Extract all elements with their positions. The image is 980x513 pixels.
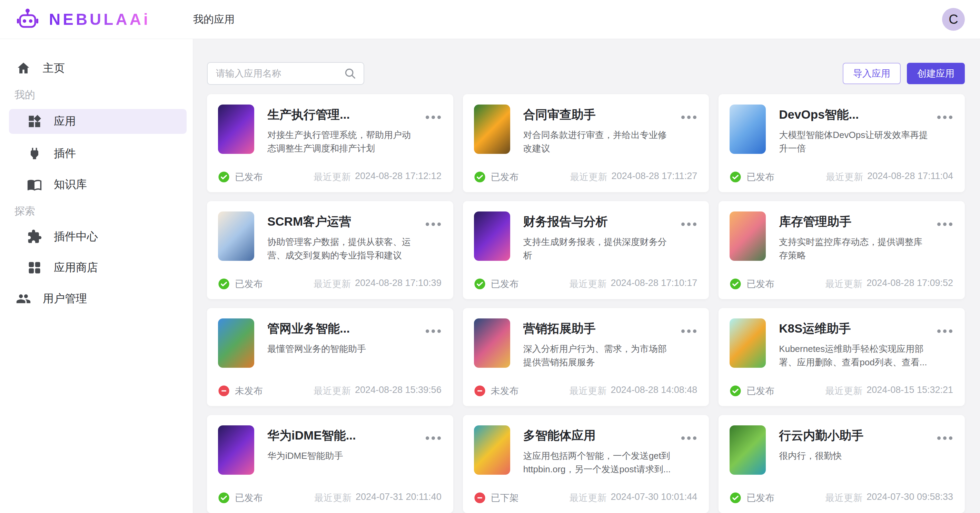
status-label: 已发布: [746, 385, 775, 397]
last-updated: 最近更新 2024-08-28 17:11:04: [826, 171, 953, 183]
app-thumbnail: [730, 425, 766, 475]
sidebar-item-plugins[interactable]: 插件: [9, 142, 187, 165]
status-badge: 已发布: [730, 171, 775, 183]
app-card-description: 支持生成财务报表，提供深度财务分析: [523, 235, 673, 262]
app-card-title: 行云内勤小助手: [779, 427, 929, 444]
more-actions-icon[interactable]: [681, 330, 697, 333]
app-card[interactable]: SCRM客户运营 协助管理客户数据，提供从获客、运营、成交到复购的专业指导和建议…: [207, 201, 453, 299]
app-card-title: 多智能体应用: [523, 427, 673, 444]
more-actions-icon[interactable]: [681, 437, 697, 440]
sidebar-item-app-store[interactable]: 应用商店: [9, 256, 187, 279]
app-thumbnail: [218, 105, 254, 154]
app-card[interactable]: 财务报告与分析 支持生成财务报表，提供深度财务分析 已发布 最近更新 2024-…: [463, 201, 709, 299]
app-header: NEBULAAi 我的应用 C: [0, 0, 980, 39]
more-actions-icon[interactable]: [937, 116, 952, 119]
sidebar-section-explore: 探索: [9, 204, 187, 218]
brand-logo[interactable]: NEBULAAi: [15, 7, 193, 32]
app-card-title: 合同审查助手: [523, 107, 673, 123]
app-card[interactable]: 合同审查助手 对合同条款进行审查，并给出专业修改建议 已发布 最近更新 2024…: [463, 94, 709, 192]
status-badge: 已下架: [474, 492, 519, 504]
app-card[interactable]: 库存管理助手 支持实时监控库存动态，提供调整库存策略 已发布 最近更新 2024…: [719, 201, 965, 299]
puzzle-icon: [27, 229, 42, 244]
last-updated: 最近更新 2024-07-31 20:11:40: [314, 492, 442, 504]
app-card-description: Kubernetes运维助手轻松实现应用部署、应用删除、查看pod列表、查看..…: [779, 342, 929, 369]
search-icon[interactable]: [344, 67, 357, 80]
status-badge: 已发布: [474, 278, 519, 290]
app-thumbnail: [474, 319, 510, 368]
status-label: 已发布: [491, 171, 519, 183]
sidebar-section-my: 我的: [9, 88, 187, 102]
more-actions-icon[interactable]: [937, 330, 952, 333]
sidebar-item-home[interactable]: 主页: [9, 57, 187, 80]
app-card-description: 这应用包括两个智能，一个发送get到httpbin.org，另一个发送post请…: [523, 449, 673, 476]
more-actions-icon[interactable]: [937, 437, 952, 440]
app-card-title: 营销拓展助手: [523, 320, 673, 337]
more-actions-icon[interactable]: [681, 116, 697, 119]
app-card[interactable]: 营销拓展助手 深入分析用户行为、需求，为市场部提供营销拓展服务 未发布 最近更新…: [463, 308, 709, 406]
app-card-title: 生产执行管理...: [267, 107, 417, 123]
brand-name: NEBULAAi: [49, 10, 150, 29]
search-input[interactable]: [216, 68, 344, 79]
sidebar-item-knowledge[interactable]: 知识库: [9, 173, 187, 196]
user-avatar[interactable]: C: [942, 8, 965, 31]
last-updated: 最近更新 2024-08-15 15:32:21: [825, 385, 953, 397]
app-card[interactable]: 多智能体应用 这应用包括两个智能，一个发送get到httpbin.org，另一个…: [463, 415, 709, 513]
last-updated: 最近更新 2024-08-28 17:11:27: [570, 171, 697, 183]
app-card-title: 华为iDME智能...: [267, 427, 417, 444]
more-actions-icon[interactable]: [426, 330, 441, 333]
app-card[interactable]: 生产执行管理... 对接生产执行管理系统，帮助用户动态调整生产调度和排产计划 已…: [207, 94, 453, 192]
sidebar-item-plugin-center[interactable]: 插件中心: [9, 225, 187, 248]
app-card[interactable]: K8S运维助手 Kubernetes运维助手轻松实现应用部署、应用删除、查看po…: [719, 308, 965, 406]
app-card-title: K8S运维助手: [779, 320, 929, 337]
app-thumbnail: [730, 319, 766, 368]
last-updated: 最近更新 2024-08-28 15:39:56: [313, 385, 442, 397]
robot-logo-icon: [15, 7, 40, 32]
last-updated: 最近更新 2024-08-28 17:10:17: [570, 278, 697, 290]
app-thumbnail: [218, 425, 254, 475]
more-actions-icon[interactable]: [681, 223, 697, 226]
status-badge: 已发布: [730, 278, 775, 290]
search-box: [207, 62, 364, 85]
more-actions-icon[interactable]: [426, 116, 441, 119]
page-title: 我的应用: [193, 13, 235, 27]
more-actions-icon[interactable]: [937, 223, 952, 226]
main-content: 导入应用 创建应用 生产执行管理... 对接生产执行管理系统，帮助用户动态调整生…: [193, 39, 980, 513]
app-card[interactable]: 管网业务智能... 最懂管网业务的智能助手 未发布 最近更新 2024-08-2…: [207, 308, 453, 406]
create-app-button[interactable]: 创建应用: [907, 63, 965, 84]
app-thumbnail: [474, 212, 510, 261]
app-card[interactable]: 华为iDME智能... 华为iDME智能助手 已发布 最近更新 2024-07-…: [207, 415, 453, 513]
status-label: 已发布: [746, 171, 775, 183]
published-check-icon: [218, 171, 230, 183]
app-card-title: 库存管理助手: [779, 213, 929, 230]
app-card-title: 管网业务智能...: [267, 320, 417, 337]
last-updated: 最近更新 2024-07-30 09:58:33: [825, 492, 953, 504]
app-card-title: SCRM客户运营: [267, 213, 417, 230]
published-check-icon: [730, 385, 741, 397]
app-card[interactable]: 行云内勤小助手 很内行，很勤快 已发布 最近更新 2024-07-30 09:5…: [719, 415, 965, 513]
app-thumbnail: [218, 319, 254, 368]
sidebar-item-user-mgmt[interactable]: 用户管理: [9, 287, 187, 310]
app-card-description: 华为iDME智能助手: [267, 449, 417, 463]
status-label: 未发布: [235, 385, 263, 397]
toolbar: 导入应用 创建应用: [207, 62, 965, 85]
more-actions-icon[interactable]: [426, 437, 441, 440]
sidebar-item-apps[interactable]: 应用: [9, 109, 187, 134]
status-label: 已发布: [491, 278, 519, 290]
app-card-title: DevOps智能...: [779, 107, 929, 123]
status-label: 已发布: [235, 492, 263, 504]
import-app-button[interactable]: 导入应用: [843, 63, 900, 84]
app-thumbnail: [474, 105, 510, 154]
status-label: 已发布: [746, 492, 775, 504]
app-card-title: 财务报告与分析: [523, 213, 673, 230]
app-card-description: 对接生产执行管理系统，帮助用户动态调整生产调度和排产计划: [267, 128, 417, 155]
unpublished-minus-icon: [218, 385, 230, 397]
status-badge: 已发布: [218, 278, 263, 290]
last-updated: 最近更新 2024-08-28 17:10:39: [313, 278, 442, 290]
status-badge: 已发布: [474, 171, 519, 183]
app-card-description: 支持实时监控库存动态，提供调整库存策略: [779, 235, 929, 262]
more-actions-icon[interactable]: [426, 223, 441, 226]
app-card[interactable]: DevOps智能... 大模型智能体DevOps让研发效率再提升一倍 已发布 最…: [719, 94, 965, 192]
unpublished-minus-icon: [474, 492, 486, 504]
published-check-icon: [474, 278, 486, 290]
app-card-description: 大模型智能体DevOps让研发效率再提升一倍: [779, 128, 929, 155]
